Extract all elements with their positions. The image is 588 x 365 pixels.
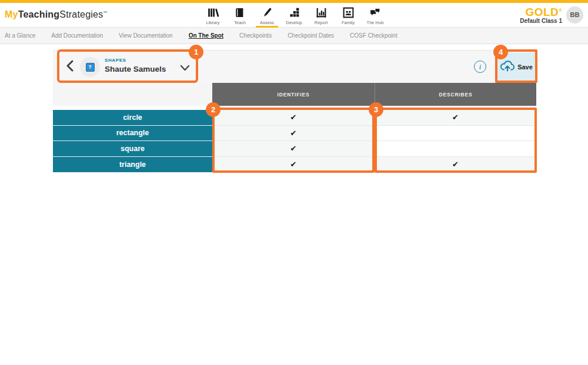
nav-item-report[interactable]: Report	[308, 3, 335, 28]
student-dropdown-button[interactable]	[180, 63, 190, 73]
checklist-toolbar: ? SHAPES Shaute Samuels i Save	[53, 50, 536, 83]
nav-label: Assess	[260, 20, 274, 25]
table-header-row: IDENTIFIES DESCRIBES	[53, 83, 536, 106]
table-gap	[53, 106, 536, 110]
checkbox-circle-describes[interactable]: ✔	[375, 110, 536, 126]
nav-item-the-hub[interactable]: The Hub	[362, 3, 389, 28]
checkbox-triangle-identifies[interactable]: ✔	[212, 157, 375, 173]
hub-icon	[369, 6, 382, 19]
logo-teaching: Teaching	[18, 9, 60, 19]
table-row-rectangle: rectangle ✔	[53, 126, 536, 142]
nav-item-assess[interactable]: Assess	[253, 3, 280, 28]
row-label: rectangle	[53, 126, 212, 142]
student-avatar: ?	[80, 57, 100, 77]
checkbox-square-describes[interactable]	[375, 141, 536, 157]
primary-nav: Library Teach Assess Develop Report Fami…	[199, 3, 389, 28]
nav-label: Library	[206, 20, 220, 25]
user-avatar[interactable]: BB	[566, 6, 583, 24]
table-corner-cell	[53, 83, 212, 106]
checkbox-circle-identifies[interactable]: ✔	[212, 110, 375, 126]
nav-label: Family	[342, 20, 355, 25]
subnav-at-a-glance[interactable]: At a Glance	[5, 32, 35, 39]
library-icon	[206, 6, 219, 19]
checkbox-square-identifies[interactable]: ✔	[212, 141, 375, 157]
registered-mark: ®	[559, 8, 562, 12]
checkbox-rectangle-identifies[interactable]: ✔	[212, 126, 375, 142]
develop-icon	[288, 6, 300, 19]
logo-strategies: Strategies	[59, 9, 103, 19]
student-name: Shaute Samuels	[105, 65, 166, 73]
top-bar: MyTeachingStrategies™ Library Teach Asse…	[0, 3, 588, 28]
subnav-cosf-checkpoint[interactable]: COSF Checkpoint	[350, 32, 397, 39]
row-label: triangle	[53, 157, 212, 173]
save-button-label: Save	[517, 63, 533, 71]
logo-my: My	[5, 9, 18, 19]
product-block: GOLD® Default Class 1	[520, 5, 562, 24]
app-logo[interactable]: MyTeachingStrategies™	[5, 9, 108, 20]
nav-item-family[interactable]: Family	[335, 3, 362, 28]
row-label: square	[53, 141, 212, 157]
column-header-identifies: IDENTIFIES	[212, 83, 375, 106]
chevron-left-icon	[66, 60, 74, 74]
nav-item-teach[interactable]: Teach	[226, 3, 253, 28]
subnav-checkpoints[interactable]: Checkpoints	[239, 32, 272, 39]
nav-item-develop[interactable]: Develop	[280, 3, 308, 28]
table-row-triangle: triangle ✔ ✔	[53, 157, 536, 173]
nav-label: Teach	[234, 20, 246, 25]
product-name: GOLD®	[520, 5, 562, 18]
cloud-upload-icon	[500, 60, 515, 74]
info-icon: i	[479, 62, 482, 72]
subnav-add-documentation[interactable]: Add Documentation	[51, 32, 103, 39]
save-button[interactable]: Save	[497, 52, 535, 81]
info-button[interactable]: i	[474, 61, 486, 73]
column-header-describes: DESCRIBES	[375, 83, 536, 106]
subnav-view-documentation[interactable]: View Documentation	[119, 32, 173, 39]
chevron-down-icon	[180, 63, 190, 73]
secondary-nav: At a Glance Add Documentation View Docum…	[0, 28, 588, 44]
nav-label: The Hub	[367, 20, 384, 25]
table-row-circle: circle ✔ ✔	[53, 110, 536, 126]
checkbox-rectangle-describes[interactable]	[375, 126, 536, 142]
teach-icon	[234, 6, 246, 19]
family-icon	[342, 6, 355, 19]
class-name: Default Class 1	[520, 18, 562, 24]
logo-trademark: ™	[103, 11, 107, 15]
nav-label: Report	[315, 20, 328, 25]
account-area: GOLD® Default Class 1 BB	[520, 5, 583, 24]
assess-icon	[261, 6, 273, 19]
subnav-checkpoint-dates[interactable]: Checkpoint Dates	[288, 32, 334, 39]
nav-item-library[interactable]: Library	[199, 3, 226, 28]
checkbox-triangle-describes[interactable]: ✔	[375, 157, 536, 173]
checklist-category-label: SHAPES	[105, 58, 166, 63]
photo-placeholder-icon: ?	[86, 63, 95, 72]
active-tab-underline	[256, 26, 278, 28]
student-selector[interactable]: SHAPES Shaute Samuels	[105, 58, 166, 73]
nav-label: Develop	[286, 20, 302, 25]
previous-student-button[interactable]	[61, 59, 78, 75]
report-icon	[315, 6, 328, 19]
on-the-spot-checklist: IDENTIFIES DESCRIBES circle ✔ ✔ rectangl…	[53, 83, 536, 172]
table-row-square: square ✔	[53, 141, 536, 157]
row-label: circle	[53, 110, 212, 126]
subnav-on-the-spot[interactable]: On The Spot	[189, 32, 223, 39]
